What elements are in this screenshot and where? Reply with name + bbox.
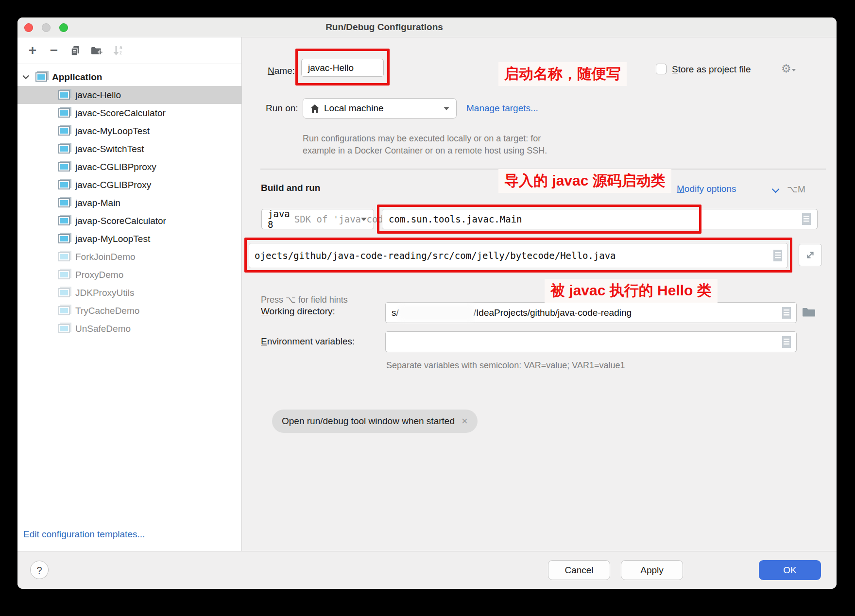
application-run-config-icon (58, 180, 70, 189)
remove-configuration-icon[interactable]: − (47, 43, 61, 58)
browse-folder-icon[interactable] (802, 306, 816, 319)
tree-item[interactable]: javac-SwitchTest (17, 140, 241, 158)
run-on-help-line1: Run configurations may be executed local… (303, 134, 541, 144)
open-tool-window-chip[interactable]: Open run/debug tool window when started … (272, 410, 478, 433)
help-button[interactable]: ? (30, 561, 49, 579)
environment-variables-label: Environment variables: (261, 336, 355, 347)
main-class-input[interactable]: com.sun.tools.javac.Main (382, 209, 818, 229)
chevron-down-icon (772, 186, 780, 193)
application-run-config-icon (58, 108, 70, 118)
sidebar-toolbar: + − az (17, 37, 241, 64)
field-hints-text: Press ⌥ for field hints (261, 294, 348, 305)
gear-icon[interactable]: ⚙ (781, 62, 796, 75)
tree-item-temporary[interactable]: UnSafeDemo (17, 320, 241, 338)
application-run-config-icon (58, 270, 70, 279)
name-input[interactable]: javac-Hello (301, 59, 384, 77)
close-icon[interactable]: × (462, 415, 468, 428)
program-arguments-input[interactable]: ojects/github/java-code-reading/src/com/… (249, 243, 788, 268)
tree-item[interactable]: javap-ScoreCalculator (17, 212, 241, 230)
application-run-config-icon (58, 324, 70, 333)
tree-item[interactable]: javap-MyLoopTest (17, 230, 241, 248)
edit-configuration-templates-link[interactable]: Edit configuration templates... (23, 529, 145, 540)
tree-item-javac-hello[interactable]: javac-Hello (17, 86, 241, 104)
tree-item[interactable]: javac-MyLoopTest (17, 122, 241, 140)
tree-group-application[interactable]: Application (17, 68, 241, 86)
annotation-name-note: 启动名称，随便写 (498, 62, 627, 86)
manage-targets-link[interactable]: Manage targets... (466, 103, 538, 114)
annotation-main-class-note: 导入的 javac 源码启动类 (498, 169, 671, 193)
store-as-project-file-checkbox[interactable] (656, 64, 667, 74)
application-run-config-icon (58, 234, 70, 243)
insert-macros-icon[interactable] (782, 336, 791, 348)
build-and-run-heading: Build and run (261, 183, 320, 193)
title-bar: Run/Debug Configurations (17, 17, 837, 37)
environment-variables-input[interactable] (385, 331, 797, 352)
jre-select[interactable]: java 8 SDK of 'java-code (261, 209, 374, 229)
modify-options-link[interactable]: Modify options (677, 184, 736, 194)
svg-text:z: z (120, 50, 122, 55)
cancel-button[interactable]: Cancel (548, 560, 610, 580)
run-on-label: Run on: (266, 103, 298, 114)
application-run-config-icon (58, 306, 70, 315)
insert-macros-icon[interactable] (773, 249, 783, 262)
tree-item[interactable]: javac-ScoreCalculator (17, 104, 241, 122)
dialog-title: Run/Debug Configurations (17, 17, 751, 37)
tree-item[interactable]: javap-Main (17, 194, 241, 212)
redacted-username (400, 307, 473, 319)
application-run-config-icon (58, 144, 70, 154)
insert-macros-icon[interactable] (802, 213, 811, 225)
modify-options-shortcut: ⌥M (787, 184, 805, 195)
application-run-config-icon (58, 288, 70, 297)
sort-configurations-icon[interactable]: az (111, 43, 125, 58)
tree-item-temporary[interactable]: TryCacheDemo (17, 302, 241, 320)
application-run-config-icon (58, 198, 70, 207)
chevron-down-icon[interactable] (22, 75, 30, 79)
application-run-config-icon (58, 162, 70, 171)
add-configuration-icon[interactable]: + (25, 43, 40, 58)
tree-item-temporary[interactable]: ForkJoinDemo (17, 248, 241, 266)
new-folder-icon[interactable] (89, 43, 104, 58)
application-run-config-icon (58, 252, 70, 261)
configurations-sidebar: + − az Application javac-Hello (17, 37, 242, 551)
chevron-down-icon (361, 218, 367, 221)
tree-item-temporary[interactable]: JDKProxyUtils (17, 284, 241, 302)
insert-macros-icon[interactable] (782, 307, 791, 319)
store-as-project-file-label: Store as project file (672, 64, 751, 75)
name-label: Name: (268, 66, 295, 76)
application-run-config-icon (58, 216, 70, 225)
run-debug-configurations-dialog: Run/Debug Configurations + − az (17, 17, 837, 589)
expand-icon (804, 249, 817, 261)
ok-button[interactable]: OK (759, 560, 821, 580)
tree-item[interactable]: javac-CGLIBProxy (17, 176, 241, 194)
tree-group-label: Application (52, 72, 102, 83)
application-type-icon (35, 72, 47, 82)
copy-configuration-icon[interactable] (68, 43, 83, 58)
chevron-down-icon (444, 107, 449, 110)
annotation-args-note: 被 javac 执行的 Hello 类 (545, 279, 718, 303)
working-directory-label: Working directory: (261, 306, 335, 317)
application-run-config-icon (58, 90, 70, 100)
apply-button[interactable]: Apply (621, 560, 683, 580)
dialog-footer: ? Cancel Apply OK (17, 551, 837, 589)
environment-variables-hint: Separate variables with semicolon: VAR=v… (386, 360, 625, 371)
working-directory-input[interactable]: s//IdeaProjects/github/java-code-reading (385, 302, 797, 323)
expand-field-button[interactable] (799, 244, 822, 266)
screenshot-stage: Run/Debug Configurations + − az (0, 0, 855, 616)
configurations-tree: Application javac-Hello javac-ScoreCalcu… (17, 68, 241, 338)
run-on-select[interactable]: Local machine (303, 98, 457, 119)
application-run-config-icon (58, 126, 70, 136)
tree-item[interactable]: javac-CGLIBPproxy (17, 158, 241, 176)
run-on-help-line2: example in a Docker Container or on a re… (303, 146, 547, 156)
svg-text:a: a (120, 45, 122, 50)
tree-item-temporary[interactable]: ProxyDemo (17, 266, 241, 284)
home-icon (310, 104, 320, 113)
